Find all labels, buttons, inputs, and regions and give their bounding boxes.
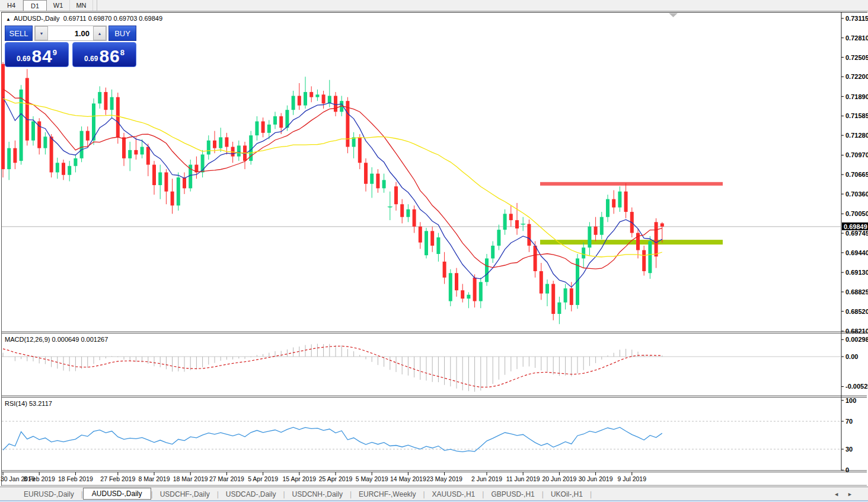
lot-size-input[interactable]	[48, 26, 93, 40]
buy-price-box[interactable]: 0.69 86 8	[72, 42, 136, 67]
tabs-scroll-right-icon[interactable]: ►	[847, 491, 861, 497]
collapse-triangle-icon[interactable]: ▲	[6, 17, 11, 22]
one-click-trading-panel: SELL ▼ ▲ BUY 0.69 84 9 0.69 86 8	[5, 26, 136, 67]
chart-tab-bar: EURUSD-,Daily|AUDUSD-,Daily|USDCHF-,Dail…	[0, 487, 868, 501]
tab-eurchf-weekly[interactable]: EURCHF-,Weekly	[352, 489, 423, 500]
timeframe-button-w1[interactable]: W1	[47, 0, 70, 11]
lot-increase-button[interactable]: ▲	[93, 26, 106, 40]
buy-price-prefix: 0.69	[84, 55, 98, 63]
tab-audusd-daily[interactable]: AUDUSD-,Daily	[83, 488, 151, 500]
timeframe-button-mn[interactable]: MN	[70, 0, 93, 11]
tabs-scroll-left-icon[interactable]: ◄	[834, 491, 847, 497]
sell-price-prefix: 0.69	[17, 55, 30, 63]
chart-window	[1, 12, 867, 486]
mt4-window: { "toolbar": { "timeframes": [ {"label":…	[0, 0, 868, 502]
sell-price-big-digits: 84	[31, 47, 52, 65]
tab-gbpusd-h1[interactable]: GBPUSD-,H1	[484, 489, 541, 500]
chevron-up-icon: ▲	[98, 31, 102, 36]
lot-size-group: ▼ ▲	[34, 26, 107, 41]
toolbar-separator	[93, 0, 97, 11]
tab-usdcad-daily[interactable]: USDCAD-,Daily	[219, 489, 283, 500]
sell-price-box[interactable]: 0.69 84 9	[5, 42, 69, 67]
timeframe-button-h4[interactable]: H4	[0, 0, 23, 11]
tab-eurusd-daily[interactable]: EURUSD-,Daily	[17, 489, 81, 500]
timeframe-button-d1[interactable]: D1	[23, 0, 47, 11]
tab-usdchf-daily[interactable]: USDCHF-,Daily	[153, 489, 217, 500]
tab-xauusd-h1[interactable]: XAUUSD-,H1	[425, 489, 483, 500]
chart-title-bar: ▲AUDUSD-,Daily 0.69711 0.69870 0.69703 0…	[6, 15, 162, 22]
chevron-down-icon: ▼	[40, 31, 44, 36]
buy-button[interactable]: BUY	[108, 26, 136, 41]
chart-ohlc-values: 0.69711 0.69870 0.69703 0.69849	[63, 15, 162, 22]
sell-button[interactable]: SELL	[5, 26, 33, 41]
chart-symbol-label: AUDUSD-,Daily	[14, 15, 60, 22]
buy-price-big-digits: 86	[99, 47, 120, 65]
tab-usdcnh-daily[interactable]: USDCNH-,Daily	[285, 489, 350, 500]
tab-ukoil-h1[interactable]: UKOil-,H1	[544, 489, 590, 500]
timeframe-toolbar: H4D1W1MN	[0, 0, 868, 11]
sell-price-pip-digit: 9	[53, 48, 57, 57]
buy-price-pip-digit: 8	[120, 48, 125, 57]
tab-separator: |	[590, 490, 592, 498]
lot-decrease-button[interactable]: ▼	[35, 26, 48, 40]
